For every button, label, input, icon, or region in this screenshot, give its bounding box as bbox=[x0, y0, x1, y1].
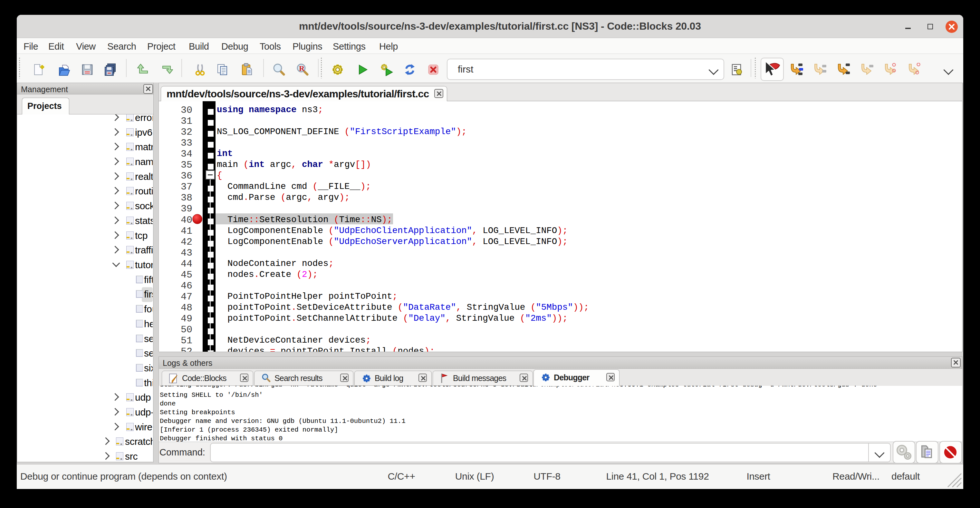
svg-text:R: R bbox=[299, 64, 305, 73]
